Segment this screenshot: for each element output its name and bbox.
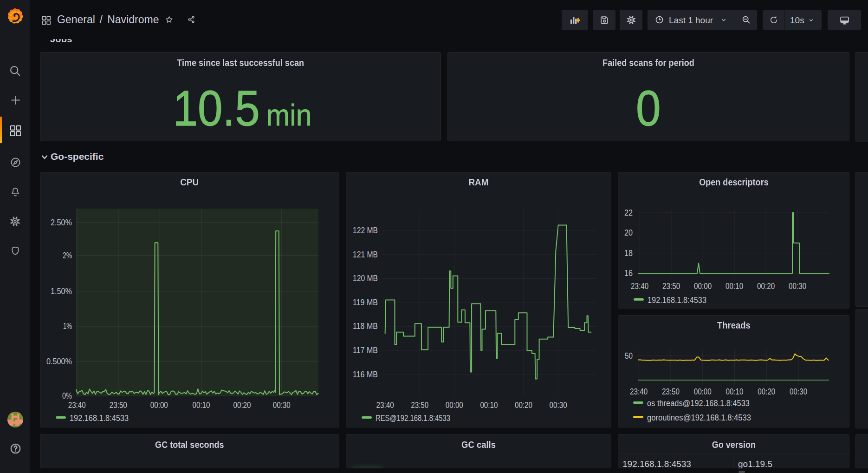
svg-text:23:40: 23:40 [630, 387, 648, 396]
svg-text:121 MB: 121 MB [353, 250, 378, 259]
svg-text:192.168.1.8:4533: 192.168.1.8:4533 [70, 414, 129, 423]
svg-text:2.50%: 2.50% [51, 218, 72, 227]
svg-text:RES@192.168.1.8:4533: RES@192.168.1.8:4533 [376, 414, 450, 423]
svg-text:00:20: 00:20 [757, 282, 775, 291]
svg-text:0%: 0% [62, 391, 72, 401]
svg-text:00:00: 00:00 [446, 401, 463, 410]
svg-text:22: 22 [624, 208, 633, 217]
svg-text:00:20: 00:20 [233, 401, 251, 410]
svg-text:192.168.1.8:4533: 192.168.1.8:4533 [648, 296, 706, 305]
svg-text:1.50%: 1.50% [51, 287, 72, 296]
svg-text:1%: 1% [63, 322, 72, 331]
svg-text:00:30: 00:30 [273, 401, 291, 410]
svg-text:00:10: 00:10 [726, 387, 744, 396]
svg-text:00:10: 00:10 [725, 282, 743, 291]
svg-text:23:50: 23:50 [411, 401, 428, 410]
svg-text:00:20: 00:20 [515, 401, 532, 410]
svg-text:122 MB: 122 MB [353, 226, 378, 235]
svg-text:00:00: 00:00 [694, 387, 712, 396]
svg-text:18: 18 [624, 249, 633, 258]
svg-text:00:30: 00:30 [790, 387, 807, 396]
svg-text:16: 16 [624, 269, 633, 278]
svg-text:23:50: 23:50 [662, 282, 680, 291]
svg-text:23:50: 23:50 [110, 401, 127, 410]
svg-text:00:00: 00:00 [694, 282, 712, 291]
svg-text:00:30: 00:30 [550, 401, 567, 410]
svg-text:0.500%: 0.500% [46, 357, 72, 366]
svg-text:goroutines@192.168.1.8:4533: goroutines@192.168.1.8:4533 [647, 413, 751, 422]
svg-text:00:10: 00:10 [480, 401, 498, 410]
svg-text:118 MB: 118 MB [353, 322, 378, 331]
svg-text:119 MB: 119 MB [353, 298, 378, 307]
svg-text:00:10: 00:10 [193, 401, 210, 410]
svg-text:23:40: 23:40 [631, 282, 648, 291]
svg-text:50: 50 [625, 351, 633, 361]
svg-text:20: 20 [624, 228, 633, 237]
svg-text:23:50: 23:50 [662, 387, 680, 396]
svg-text:00:20: 00:20 [758, 387, 775, 396]
svg-text:00:00: 00:00 [150, 401, 168, 410]
svg-text:120 MB: 120 MB [353, 274, 378, 283]
svg-text:116 MB: 116 MB [353, 370, 378, 379]
svg-text:117 MB: 117 MB [353, 346, 378, 355]
svg-text:23:40: 23:40 [376, 401, 394, 410]
svg-text:os threads@192.168.1.8:4533: os threads@192.168.1.8:4533 [647, 399, 750, 408]
svg-text:2%: 2% [63, 251, 72, 260]
svg-text:00:30: 00:30 [789, 282, 806, 291]
svg-text:23:40: 23:40 [68, 401, 86, 410]
